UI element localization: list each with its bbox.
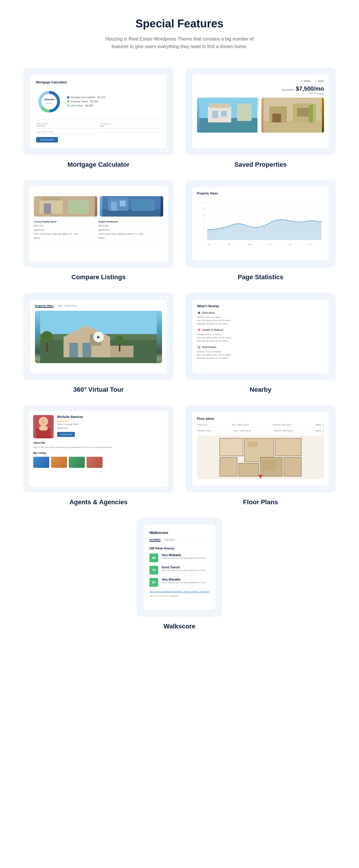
svg-rect-71	[248, 441, 258, 447]
walk-tabs: SCORES NEARBY	[150, 538, 209, 544]
compare-row-address: 4767 South Dixie Highway, Miami, FL, USA…	[34, 232, 163, 236]
legend-item-2: HOA Dues $3,500	[67, 104, 105, 107]
agent-position: Apartment	[57, 427, 164, 430]
walk-tab-scores[interactable]: SCORES	[150, 538, 161, 542]
nearby-title: What's Nearby	[197, 304, 324, 308]
svg-point-56	[41, 331, 53, 343]
score-desc-1: Most errands can be accomplished on foot	[162, 569, 209, 571]
page-1[interactable]: 1	[95, 470, 96, 473]
agent-avatar-img	[33, 415, 54, 438]
nearby-re-item-2: Brooklyn Brewery (1.51 miles)	[197, 357, 324, 360]
compare-table: Luxury Family Home Ample Penthouse $574,…	[34, 219, 163, 240]
svg-rect-67	[220, 457, 237, 476]
edu-icon: 🎓	[197, 311, 201, 315]
compare-nav-next[interactable]: ›	[37, 191, 38, 193]
play-button[interactable]: ▶	[93, 332, 104, 342]
svg-rect-11	[221, 111, 227, 117]
contact-button[interactable]: Contact Me	[57, 432, 75, 437]
field-amount-value: $ 18750	[36, 125, 97, 128]
page-3[interactable]: 3	[100, 470, 101, 473]
stats-title: Property Views	[197, 192, 324, 195]
svg-rect-8	[208, 106, 231, 122]
score-info-1: Good Transit Most errands can be accompl…	[162, 566, 209, 571]
share-label: Share	[303, 80, 311, 83]
svg-marker-73	[258, 475, 263, 478]
tour-tabs: Property Video 360° Virtual Tour	[35, 304, 162, 308]
agent-office-label: Office:	[57, 423, 64, 426]
calculate-button[interactable]: CALCULATE	[36, 137, 58, 143]
compare-cell-type-0: Apartment	[34, 228, 98, 232]
nearby-category-health: ❤ Health & Medical Drella's Pub (1.6 mil…	[197, 328, 324, 342]
nearby-category-realestate: 🏠 Real Estate Drella's Pub (1.6 miles) G…	[197, 345, 324, 360]
floor-0-rooms: Rooms: 940 Sq Ft	[273, 424, 291, 426]
realestate-label: Real Estate	[202, 346, 217, 349]
compare-cell-address-0: 4767 South Dixie Highway, Miami, FL, USA	[34, 232, 98, 236]
mortgage-label: Mortgage Calculator	[68, 161, 130, 168]
svg-rect-70	[284, 457, 301, 476]
nearby-inner: What's Nearby 🎓 Education Drella's Pub (…	[192, 300, 329, 373]
agent-name: Michelle Ramirez	[57, 415, 164, 418]
score-info-0: Very Walkable Most errands can be accomp…	[162, 554, 209, 559]
walk-link[interactable]: View map of nearby restaurants, grocery …	[150, 590, 209, 593]
svg-text:Jul: Jul	[268, 243, 271, 245]
floor-row-1: Second Floor Size: 1200 Sq Ft Rooms: 940…	[197, 429, 324, 433]
compare-cell-city-0: Miami	[34, 236, 98, 240]
property-images	[197, 98, 324, 133]
walkscore-label: Walkscore	[163, 623, 195, 630]
svg-rect-12	[237, 103, 252, 121]
feature-nearby: What's Nearby 🎓 Education Drella's Pub (…	[185, 292, 336, 394]
pagination: ‹ 1 2 3 ›	[33, 470, 164, 473]
legend-item-0: Principal and Interest $1,973	[67, 96, 105, 99]
svg-rect-10	[213, 111, 218, 118]
legend-value-0: $1,973	[98, 96, 106, 99]
svg-rect-66	[275, 438, 301, 456]
tour-tab-360[interactable]: 360° Virtual Tour	[58, 304, 77, 308]
floor-plan-image	[197, 435, 324, 479]
nearby-cat-health: ❤ Health & Medical	[197, 328, 324, 332]
mortgage-legend: Principal and Interest $1,973 Property T…	[67, 96, 105, 108]
feature-compare-listings: ‹ ›	[23, 180, 174, 281]
svg-text:Sep: Sep	[289, 243, 292, 246]
donut-chart: $420,500 Monthly	[36, 89, 62, 115]
tour-label: 360° Virtual Tour	[73, 386, 124, 394]
floor-0-name: First Floor	[197, 424, 207, 426]
walk-score-1: 70 Good Transit Most errands can be acco…	[150, 566, 209, 575]
compare-nav-prev[interactable]: ‹	[34, 191, 35, 193]
svg-rect-23	[44, 204, 51, 214]
save-button[interactable]: ♡ Save	[315, 79, 324, 83]
field-property-tax: Property Tax Mon	[100, 123, 161, 128]
compare-cell-address-1: 4767 South Dixie Highway, Miami, FL, USA	[98, 232, 163, 236]
nearby-edu-item-2: Brooklyn Brewery (1.51 miles)	[197, 322, 324, 325]
floor-row-0: First Floor Size: 1200 Sq Ft Rooms: 940 …	[197, 423, 324, 427]
feature-walkscore: Walkscore SCORES NEARBY 208 Olean Avenue…	[137, 518, 222, 630]
share-button[interactable]: ↗ Share	[300, 79, 311, 83]
score-badge-0: 85	[150, 554, 158, 562]
compare-col-header-2: Ample Penthouse	[98, 219, 163, 224]
price-main: $7,500/mo	[296, 85, 324, 92]
walk-footer: Get scores for your address	[150, 595, 209, 597]
tour-tab-video[interactable]: Property Video	[35, 304, 54, 308]
feature-saved-properties: ↗ Share ♡ Save $3,800/mo $7,500/mo Est. …	[185, 68, 336, 168]
page-2[interactable]: 2	[98, 470, 99, 473]
feature-floor-plans: Floor plans First Floor Size: 1200 Sq Ft…	[185, 405, 336, 506]
mortgage-card-title: Mortgage Calculator	[36, 81, 161, 84]
legend-item-1: Property Taxes $1,500	[67, 100, 105, 103]
compare-row-type: Apartment Apartment	[34, 228, 163, 232]
svg-rect-28	[131, 199, 155, 211]
compare-cell-city-1: Miami	[98, 236, 163, 240]
price-sub: Est. Mortgage	[197, 92, 324, 95]
mortgage-fields: Total Amount $ 18750 Property Tax Mon Lo…	[36, 120, 161, 134]
walk-tab-nearby[interactable]: NEARBY	[165, 538, 175, 542]
walk-score-0: 85 Very Walkable Most errands can be acc…	[150, 554, 209, 562]
mortgage-inner: Mortgage Calculator $420,500 Monthly	[30, 74, 167, 148]
feature-agents: Michelle Ramirez ★★★★★ Office: Orange Of…	[23, 405, 174, 506]
page-prev[interactable]: ‹	[94, 470, 94, 473]
floor-title: Floor plans	[197, 417, 324, 420]
walk-inner: Walkscore SCORES NEARBY 208 Olean Avenue…	[144, 525, 215, 610]
score-badge-2: 95	[150, 578, 158, 587]
nearby-edu-item-1: Gav Up With AC/DC (0.44 miles)	[197, 319, 324, 322]
nearby-cat-education: 🎓 Education	[197, 311, 324, 315]
svg-point-58	[115, 336, 124, 344]
nearby-cat-realestate: 🏠 Real Estate	[197, 345, 324, 349]
page-next[interactable]: ›	[103, 470, 104, 473]
